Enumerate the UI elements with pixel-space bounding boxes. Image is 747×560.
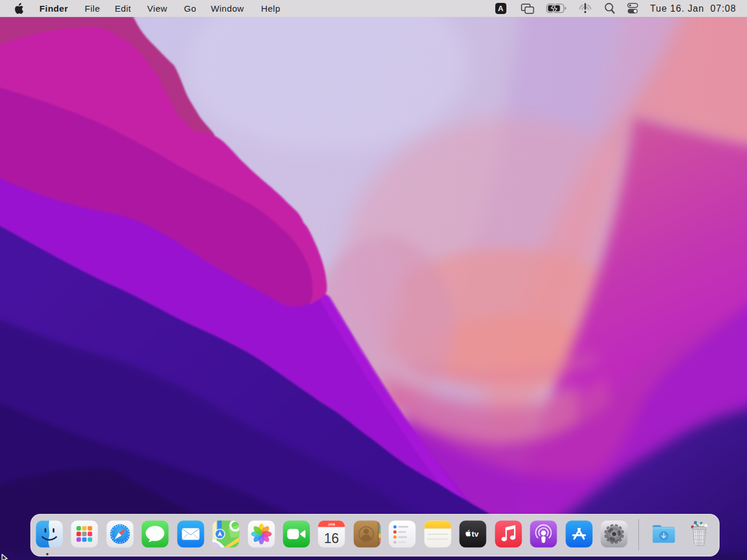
- svg-text:JAN: JAN: [328, 523, 335, 526]
- svg-text:16: 16: [324, 531, 339, 546]
- svg-text:tv: tv: [472, 530, 479, 538]
